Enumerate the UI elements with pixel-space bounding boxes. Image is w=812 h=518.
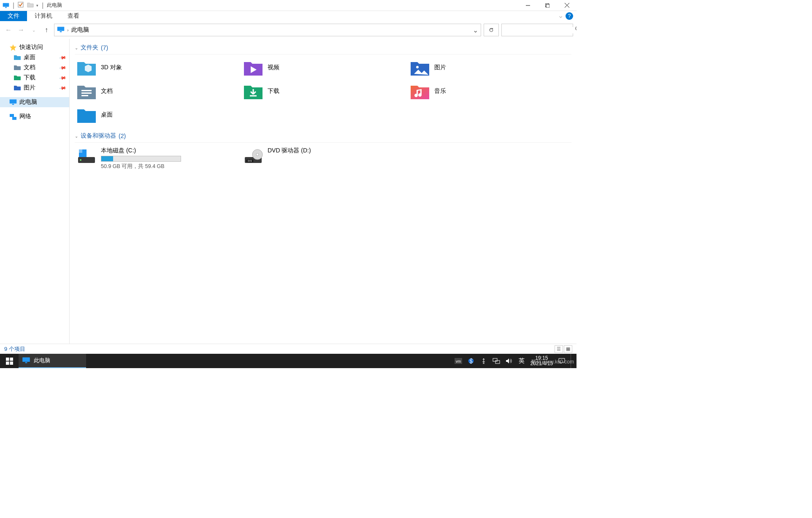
content-pane: ⌄ 文件夹 (7) 3D 对象 视频 图片 文档 下载	[70, 39, 577, 344]
svg-point-16	[416, 66, 419, 68]
svg-point-10	[576, 27, 577, 30]
tab-computer[interactable]: 计算机	[27, 11, 60, 21]
folder-label: 文档	[101, 87, 113, 95]
navigation-bar: ← → ⌄ ↑ › 此电脑 ⌄	[0, 21, 577, 39]
svg-rect-31	[6, 361, 9, 365]
search-icon[interactable]	[575, 26, 577, 34]
svg-rect-1	[5, 7, 7, 8]
svg-rect-38	[493, 358, 497, 361]
separator-icon: |	[42, 2, 43, 9]
back-button[interactable]: ←	[3, 25, 14, 35]
tray-usb-icon[interactable]	[480, 358, 487, 364]
refresh-button[interactable]	[484, 24, 499, 36]
help-button[interactable]: ?	[566, 12, 573, 20]
ribbon-tabs: 文件 计算机 查看 ⌵ ?	[0, 11, 577, 21]
folder-documents[interactable]: 文档	[75, 81, 238, 102]
section-count: (7)	[101, 44, 108, 51]
videos-icon	[243, 59, 263, 76]
sidebar-item-network[interactable]: 网络	[0, 111, 69, 122]
status-bar: 9 个项目 ☰ ▦	[0, 344, 577, 354]
svg-rect-13	[12, 104, 14, 105]
pin-icon: 📌	[59, 54, 67, 62]
drive-usage-bar	[101, 156, 181, 162]
watermark: 酷站 www.ku0.com	[531, 358, 574, 366]
svg-rect-30	[10, 358, 13, 361]
svg-rect-8	[57, 27, 65, 31]
drive-c[interactable]: 本地磁盘 (C:) 50.9 GB 可用，共 59.4 GB	[75, 145, 238, 172]
sidebar-item-desktop[interactable]: 桌面 📌	[0, 52, 69, 62]
folder-label: 音乐	[434, 87, 446, 95]
sidebar-item-pictures[interactable]: 图片 📌	[0, 83, 69, 93]
sidebar-item-documents[interactable]: 文档 📌	[0, 62, 69, 73]
svg-rect-39	[495, 361, 500, 363]
star-icon	[9, 44, 17, 51]
folder-desktop[interactable]: 桌面	[75, 104, 238, 125]
navigation-pane: 快速访问 桌面 📌 文档 📌 下载 📌 图片 📌	[0, 39, 70, 344]
breadcrumb-location[interactable]: 此电脑	[71, 26, 89, 34]
forward-button[interactable]: →	[16, 25, 26, 35]
downloads-icon	[243, 82, 263, 100]
section-count: (2)	[119, 133, 126, 139]
folder-videos[interactable]: 视频	[241, 57, 405, 78]
3d-objects-icon	[76, 59, 97, 76]
section-title: 设备和驱动器	[81, 132, 116, 140]
pin-icon: 📌	[59, 84, 67, 92]
drive-label: DVD 驱动器 (D:)	[268, 147, 311, 155]
minimize-button[interactable]	[518, 0, 538, 11]
svg-rect-19	[81, 95, 88, 96]
up-button[interactable]: ↑	[41, 25, 51, 35]
section-title: 文件夹	[81, 44, 98, 52]
close-button[interactable]	[557, 0, 577, 11]
sidebar-item-downloads[interactable]: 下载 📌	[0, 73, 69, 83]
taskbar-item-explorer[interactable]: 此电脑	[19, 354, 86, 368]
sidebar-item-label: 图片	[24, 84, 35, 92]
folder-pictures[interactable]: 图片	[408, 57, 571, 78]
taskbar-item-label: 此电脑	[34, 357, 50, 364]
view-details-button[interactable]: ☰	[555, 345, 563, 353]
view-large-button[interactable]: ▦	[564, 345, 572, 353]
tray-network-icon[interactable]	[493, 358, 500, 364]
pin-icon: 📌	[59, 64, 67, 72]
downloads-folder-icon	[14, 74, 21, 81]
svg-point-21	[80, 159, 81, 161]
title-bar: | ▾ | 此电脑	[0, 0, 577, 11]
network-icon	[9, 113, 17, 120]
address-bar[interactable]: › 此电脑 ⌄	[54, 24, 481, 36]
folder-3d-objects[interactable]: 3D 对象	[75, 57, 238, 78]
chevron-right-icon: ›	[67, 27, 69, 33]
address-dropdown-icon[interactable]: ⌄	[473, 26, 478, 34]
search-input[interactable]	[504, 27, 575, 33]
sidebar-quick-access[interactable]: 快速访问	[0, 42, 69, 52]
folder-music[interactable]: 音乐	[408, 81, 571, 102]
qat-checkbox-icon[interactable]	[18, 2, 24, 9]
svg-rect-12	[10, 100, 17, 104]
svg-rect-33	[22, 357, 30, 361]
section-header-drives[interactable]: ⌄ 设备和驱动器 (2)	[75, 130, 571, 143]
ribbon-collapse-icon[interactable]: ⌵	[559, 13, 562, 19]
sidebar-item-this-pc[interactable]: 此电脑	[0, 97, 69, 107]
qat-folder-icon[interactable]	[27, 2, 34, 9]
tab-file[interactable]: 文件	[0, 11, 27, 21]
qat-dropdown-icon[interactable]: ▾	[36, 3, 38, 8]
tray-bluetooth-icon[interactable]	[467, 358, 475, 364]
svg-rect-9	[60, 31, 62, 32]
start-button[interactable]	[0, 354, 19, 368]
folder-label: 3D 对象	[101, 64, 122, 71]
tab-view[interactable]: 查看	[60, 11, 87, 21]
documents-icon	[76, 82, 97, 100]
desktop-folder-icon	[14, 54, 21, 61]
folder-downloads[interactable]: 下载	[241, 81, 405, 102]
section-header-folders[interactable]: ⌄ 文件夹 (7)	[75, 42, 571, 54]
search-box[interactable]	[501, 24, 573, 36]
desktop-icon	[76, 106, 97, 124]
tray-vm-icon[interactable]: vm	[455, 358, 462, 364]
music-icon	[410, 82, 430, 100]
tray-volume-icon[interactable]	[505, 358, 513, 364]
maximize-button[interactable]	[538, 0, 557, 11]
drive-label: 本地磁盘 (C:)	[101, 147, 181, 155]
drive-capacity: 50.9 GB 可用，共 59.4 GB	[101, 163, 181, 170]
tray-ime-indicator[interactable]: 英	[518, 357, 525, 365]
sidebar-item-label: 桌面	[24, 54, 35, 61]
drive-dvd[interactable]: DVD DVD 驱动器 (D:)	[241, 145, 405, 172]
recent-dropdown-icon[interactable]: ⌄	[29, 25, 39, 35]
